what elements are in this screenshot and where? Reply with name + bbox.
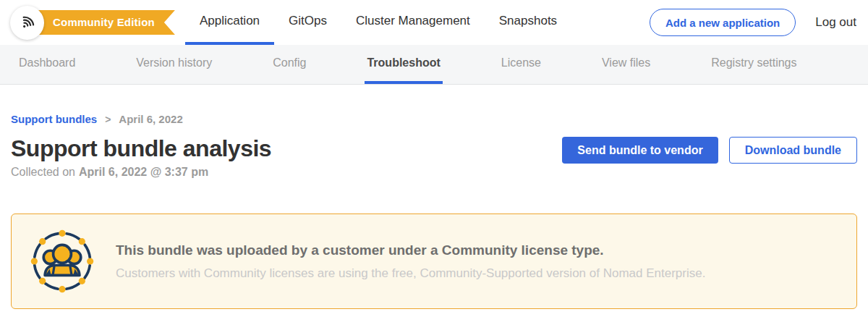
topnav-tab-cluster-management[interactable]: Cluster Management <box>341 0 485 45</box>
subnav-tab-license[interactable]: License <box>499 45 543 84</box>
download-bundle-button[interactable]: Download bundle <box>729 137 857 164</box>
subnav-tab-version-history[interactable]: Version history <box>134 45 214 84</box>
topnav-right: Add a new application Log out <box>650 9 868 36</box>
title-block: Support bundle analysis Collected onApri… <box>11 136 271 179</box>
logout-link[interactable]: Log out <box>815 15 856 30</box>
breadcrumb-current: April 6, 2022 <box>119 113 182 125</box>
sub-nav: Dashboard Version history Config Trouble… <box>0 45 868 85</box>
subnav-tab-registry-settings[interactable]: Registry settings <box>709 45 799 84</box>
subnav-tab-config[interactable]: Config <box>271 45 308 84</box>
banner-subtitle: Customers with Community licenses are us… <box>116 266 705 281</box>
community-edition-badge: Community Edition <box>22 10 175 35</box>
page-title: Support bundle analysis <box>11 136 271 161</box>
breadcrumb-support-bundles-link[interactable]: Support bundles <box>11 113 97 125</box>
breadcrumb-separator: > <box>105 114 111 125</box>
community-license-banner: This bundle was uploaded by a customer u… <box>11 214 857 309</box>
subnav-tab-view-files[interactable]: View files <box>600 45 652 84</box>
bundle-actions: Send bundle to vendor Download bundle <box>562 137 857 164</box>
add-new-application-button[interactable]: Add a new application <box>650 9 796 36</box>
brand: Community Edition <box>10 6 175 40</box>
banner-title: This bundle was uploaded by a customer u… <box>116 242 705 258</box>
collected-timestamp: Collected onApril 6, 2022 @ 3:37 pm <box>11 166 271 179</box>
top-nav: Community Edition Application GitOps Clu… <box>0 0 868 45</box>
app-logo[interactable] <box>10 6 44 40</box>
banner-text: This bundle was uploaded by a customer u… <box>116 242 705 281</box>
collected-date: April 6, 2022 @ 3:37 pm <box>79 166 208 178</box>
send-bundle-to-vendor-button[interactable]: Send bundle to vendor <box>562 137 718 164</box>
community-license-icon <box>29 228 95 295</box>
collected-prefix: Collected on <box>11 166 75 178</box>
subnav-tab-dashboard[interactable]: Dashboard <box>17 45 77 84</box>
topnav-tabs: Application GitOps Cluster Management Sn… <box>185 0 571 45</box>
topnav-tab-snapshots[interactable]: Snapshots <box>485 0 571 45</box>
main-content: Support bundles > April 6, 2022 Support … <box>0 113 868 309</box>
topnav-tab-application[interactable]: Application <box>185 0 274 45</box>
topnav-tab-gitops[interactable]: GitOps <box>274 0 341 45</box>
replicated-logo-icon <box>17 13 37 33</box>
subnav-tab-troubleshoot[interactable]: Troubleshoot <box>365 45 442 84</box>
title-row: Support bundle analysis Collected onApri… <box>11 136 857 179</box>
breadcrumb: Support bundles > April 6, 2022 <box>11 113 857 125</box>
